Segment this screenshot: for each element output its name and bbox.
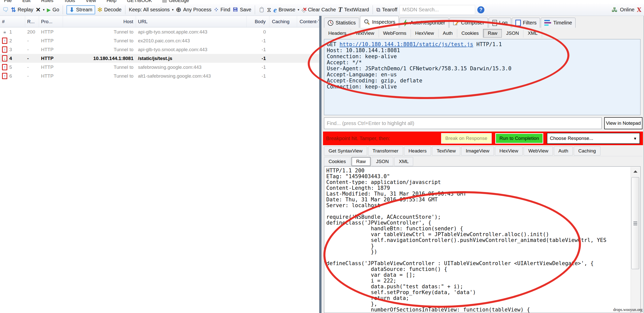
resp-tab-transformer[interactable]: Transformer (368, 146, 403, 155)
tab-composer[interactable]: Composer (449, 18, 488, 28)
req-tab-hexview[interactable]: HexView (411, 29, 439, 38)
req-tab-xml[interactable]: XML (523, 29, 542, 38)
req-tab-cookies[interactable]: Cookies (457, 29, 483, 38)
request-raw-view[interactable]: GET http://10.180.144.1:8081/static/js/t… (324, 39, 640, 115)
ie-browser-icon: e (273, 6, 277, 14)
browse-button[interactable]: e Browse ▾ (273, 6, 299, 14)
breakpoint-request-icon: ↑ (2, 73, 7, 79)
geoedge-icon (162, 0, 167, 3)
resp-tab-textview[interactable]: TextView (432, 146, 460, 155)
find-button[interactable]: ⁘ Find (214, 6, 230, 13)
resp-tab-hexview[interactable]: HexView (495, 146, 523, 155)
replay-button[interactable]: ⇅ Replay (11, 6, 33, 13)
tab-inspectors[interactable]: Inspectors (360, 16, 399, 28)
menu-getbook[interactable]: GET/BOOK (127, 0, 152, 3)
floppy-icon: 💾︎ (233, 7, 238, 13)
toolbar-separator (63, 5, 63, 14)
resp-tab-raw[interactable]: Raw (351, 157, 371, 166)
req-tab-json[interactable]: JSON (502, 29, 523, 38)
column-header-caching[interactable]: Caching (269, 16, 297, 27)
column-header-body[interactable]: Body (247, 16, 269, 27)
menu-rules[interactable]: Rules (41, 0, 53, 3)
resp-tab-headers[interactable]: Headers (404, 146, 431, 155)
menu-geoedge[interactable]: GeoEdge (162, 0, 189, 3)
menu-file[interactable]: File (4, 0, 12, 3)
close-x-icon[interactable]: X (637, 6, 641, 14)
req-tab-raw[interactable]: Raw (483, 29, 502, 38)
any-process-button[interactable]: ⊕ Any Process (176, 6, 211, 14)
find-input[interactable] (324, 117, 602, 129)
resp-tab-syntaxview[interactable]: Get SyntaxView (324, 146, 367, 155)
tab-timeline[interactable]: Timeline (541, 18, 576, 28)
resp-tab-xml[interactable]: XML (394, 157, 413, 166)
tab-log[interactable]: Log (489, 18, 511, 28)
menu-bar: File Edit Rules Tools View Help GET/BOOK… (0, 0, 644, 4)
menu-help[interactable]: Help (106, 0, 116, 3)
column-header-number[interactable]: # (0, 16, 25, 27)
resp-tab-caching[interactable]: Caching (574, 146, 600, 155)
resp-tab-auth[interactable]: Auth (554, 146, 573, 155)
clipboard-icon: 📋︎ (259, 6, 265, 13)
resp-tab-json[interactable]: JSON (372, 157, 393, 166)
scroll-up-arrow-icon[interactable] (631, 167, 640, 176)
panel-splitter[interactable] (319, 16, 321, 313)
column-header-result[interactable]: R... (25, 16, 39, 27)
go-button[interactable]: ▶ Go (47, 7, 59, 13)
menu-view[interactable]: View (86, 0, 96, 3)
session-row[interactable]: ↑3 - HTTP Tunnel to api-glb-tyo.smoot.ap… (0, 45, 319, 54)
column-header-host[interactable]: Host (63, 16, 136, 27)
msdn-search-input[interactable]: MSDN Search... (400, 5, 475, 15)
column-header-url[interactable]: URL (136, 16, 247, 27)
decode-button[interactable]: ✻ Decode (97, 6, 122, 13)
tab-autoresponder[interactable]: AutoResponder (400, 18, 449, 28)
session-row[interactable]: ↑6 - HTTP Tunnel to alt1-safebrowsing.go… (0, 72, 319, 80)
response-inspector-tabs-row2: Cookies Raw JSON XML (324, 157, 642, 166)
column-header-protocol[interactable]: Pro... (39, 16, 63, 27)
req-tab-textview[interactable]: TextView (351, 29, 379, 38)
chevron-down-icon: ▼ (633, 136, 637, 141)
comment-button[interactable]: 🗨︎ (3, 6, 9, 13)
breakpoint-request-icon: ↑ (2, 64, 7, 70)
chevron-down-icon: ▾ (298, 8, 299, 12)
tearoff-icon: ⧉ (376, 7, 380, 13)
lightning-icon (403, 20, 408, 26)
stream-toggle-button[interactable]: ⬇︎ Stream (66, 5, 95, 14)
tearoff-button[interactable]: ⧉ Tearoff (376, 7, 398, 13)
menu-tools[interactable]: Tools (64, 0, 75, 3)
session-row[interactable]: ↑2 - HTTP Tunnel to ex2010.paic.com.cn:4… (0, 36, 319, 45)
save-button[interactable]: 💾︎ Save (233, 7, 252, 13)
run-to-completion-button[interactable]: Run to Completion (495, 133, 543, 144)
remove-sessions-button[interactable]: ✕ ▾ (35, 6, 45, 13)
response-scrollbar[interactable] (631, 167, 640, 312)
timer-button[interactable]: ⧖ (267, 6, 271, 13)
menu-edit[interactable]: Edit (22, 0, 31, 3)
break-on-response-button[interactable]: Break on Response (441, 133, 492, 144)
tab-statistics[interactable]: Statistics (324, 18, 359, 28)
textwizard-button[interactable]: T TextWizard (338, 6, 369, 14)
decode-icon: ✻ (97, 6, 102, 13)
session-row[interactable]: ↑5 - HTTP Tunnel to safebrowsing.google.… (0, 63, 319, 72)
scrollbar-thumb[interactable] (631, 177, 639, 269)
column-header-content-type[interactable]: Content-Ty (297, 16, 319, 27)
req-tab-webforms[interactable]: WebForms (379, 29, 411, 38)
screenshot-button[interactable]: 📋︎ (259, 6, 265, 13)
resp-tab-imageview[interactable]: ImageView (461, 146, 494, 155)
resp-tab-webview[interactable]: WebView (524, 146, 553, 155)
response-raw-view[interactable]: HTTP/1.1 200 ETag: "1459403443.0" Conten… (324, 166, 640, 313)
remove-x-icon: ✕ (35, 6, 41, 13)
view-in-notepad-button[interactable]: View in Notepad (604, 117, 642, 129)
clear-cache-button[interactable]: ◇✕ Clear Cache (302, 6, 336, 13)
request-method: GET (327, 41, 340, 47)
resp-tab-cookies[interactable]: Cookies (324, 157, 350, 166)
request-url-link[interactable]: http://10.180.144.1:8081/static/js/test.… (340, 41, 473, 47)
req-tab-headers[interactable]: Headers (324, 29, 351, 38)
session-row[interactable]: 🔒︎1 200 HTTP Tunnel to api-glb-tyo.smoot… (0, 27, 319, 36)
choose-response-dropdown[interactable]: Choose Response... ▼ (547, 133, 640, 144)
session-row-selected[interactable]: ↓4 - HTTP 10.180.144.1:8081 /static/js/t… (0, 54, 319, 63)
req-tab-auth[interactable]: Auth (439, 29, 457, 38)
tab-filters[interactable]: Filters (512, 18, 540, 28)
help-icon[interactable]: ? (477, 6, 484, 13)
clear-cache-icon: ◇✕ (302, 6, 306, 13)
breakpoint-request-icon: ↑ (2, 38, 7, 44)
keep-sessions-dropdown[interactable]: Keep: All sessions ▾ (129, 7, 174, 13)
